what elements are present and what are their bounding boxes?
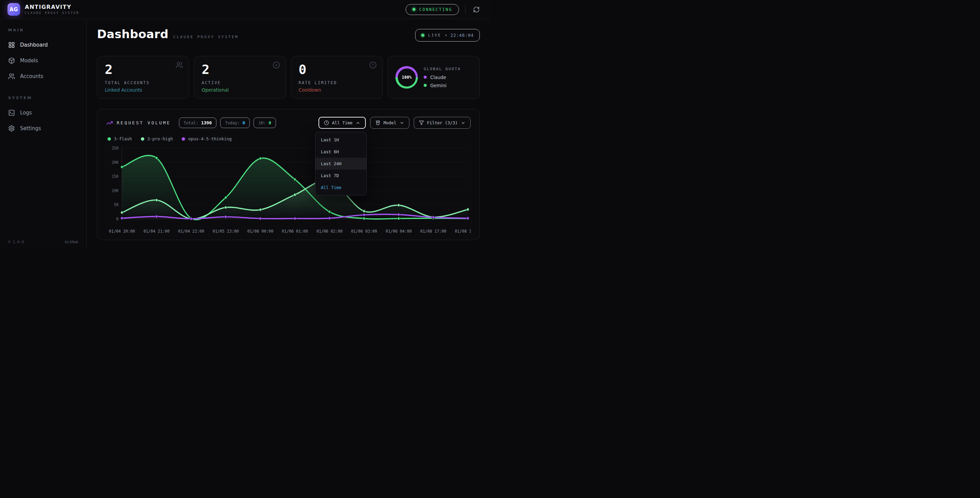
connection-status-badge: CONNECTING: [406, 4, 459, 15]
model-filter-label: Model: [383, 120, 396, 125]
sidebar-item-label: Models: [20, 57, 38, 64]
series-dot-icon: [141, 137, 144, 140]
quota-percent: 100%: [398, 69, 416, 86]
sidebar-section-system: SYSTEM: [0, 96, 86, 100]
chart-title: REQUEST VOLUME: [117, 120, 171, 125]
svg-text:01/06 03:00: 01/06 03:00: [351, 228, 377, 234]
quota-legend-claude: Claude: [424, 75, 461, 80]
stat-value: 2: [105, 63, 181, 76]
quota-legend-gemini: Gemini: [424, 83, 461, 88]
svg-text:01/05 23:00: 01/05 23:00: [213, 228, 239, 234]
dropdown-item-last-1h[interactable]: Last 1H: [315, 134, 366, 146]
stat-card-active: 2 ACTIVE Operational: [194, 56, 286, 99]
model-filter-button[interactable]: Model: [370, 117, 409, 129]
svg-text:01/08 17:00: 01/08 17:00: [420, 228, 447, 234]
archive-box-icon: [375, 120, 380, 125]
gemini-dot-icon: [424, 84, 427, 87]
total-requests-badge: Total: 1390: [179, 118, 217, 128]
app-shell: AG ANTIGRAVITY CLAUDE PROXY SYSTEM CONNE…: [0, 0, 490, 249]
today-requests-badge: Today: 0: [220, 118, 250, 128]
sidebar-item-settings[interactable]: Settings: [0, 121, 86, 136]
sidebar-item-models[interactable]: Models: [0, 53, 86, 69]
stat-card-rate-limited: 0 RATE LIMITED Cooldown: [291, 56, 383, 99]
gear-icon: [8, 125, 15, 132]
stat-value: 2: [202, 63, 278, 76]
clock-icon: [324, 120, 329, 125]
brand: AG ANTIGRAVITY CLAUDE PROXY SYSTEM: [8, 3, 79, 16]
svg-text:100: 100: [111, 188, 118, 193]
svg-text:01/04 21:00: 01/04 21:00: [143, 228, 170, 234]
stat-sublabel: Operational: [202, 87, 278, 93]
dropdown-item-last-24h[interactable]: Last 24H: [315, 158, 366, 170]
quota-legend-label: Gemini: [430, 83, 447, 88]
stat-card-global-quota: 100% GLOBAL QUOTA Claude Gemini: [388, 56, 480, 99]
legend-item-3-pro-high: 3-pro-high: [141, 136, 173, 141]
svg-text:150: 150: [111, 174, 118, 179]
connection-status-text: CONNECTING: [419, 7, 452, 12]
stat-label: ACTIVE: [202, 80, 278, 85]
refresh-button[interactable]: [472, 5, 481, 14]
series-dot-icon: [182, 137, 185, 140]
sidebar-section-main: MAIN: [0, 28, 86, 32]
time-range-button[interactable]: All Time: [318, 117, 366, 129]
svg-text:250: 250: [111, 145, 118, 150]
time-range-label: All Time: [332, 120, 353, 125]
users-icon: [8, 73, 15, 80]
app-subtitle: CLAUDE PROXY SYSTEM: [25, 11, 79, 14]
request-volume-chart: 05010015020025001/04 20:0001/04 21:0001/…: [106, 144, 471, 236]
stat-sublabel: Cooldown: [299, 87, 375, 93]
request-volume-panel: REQUEST VOLUME Total: 1390 Today: 0 1H: …: [97, 109, 480, 240]
quota-legend-label: Claude: [430, 75, 446, 80]
stat-sublabel: Linked Accounts: [105, 87, 181, 93]
legend-item-opus: opus-4-5-thinking: [182, 136, 232, 141]
svg-text:0: 0: [116, 216, 119, 222]
stat-label: RATE LIMITED: [299, 80, 375, 85]
sidebar-item-label: Logs: [20, 110, 32, 116]
sidebar-item-label: Accounts: [20, 73, 43, 79]
stat-value: 0: [299, 63, 375, 76]
chart-legend: 3-flash 3-pro-high opus-4-5-thinking: [106, 136, 471, 141]
svg-text:50: 50: [114, 202, 118, 208]
sidebar-item-label: Settings: [20, 125, 41, 131]
live-clock: 22:46:04: [450, 33, 474, 38]
badge-label: 1H:: [258, 121, 266, 125]
quota-ring: 100%: [395, 66, 418, 89]
trending-up-icon: [106, 120, 113, 126]
separator-dot: [445, 34, 447, 36]
hour-requests-badge: 1H: 0: [253, 118, 276, 128]
chevron-down-icon: [461, 121, 466, 125]
sidebar-item-dashboard[interactable]: Dashboard: [0, 37, 86, 53]
time-range-dropdown: Last 1H Last 6H Last 24H Last 7D All Tim…: [315, 132, 367, 196]
app-title: ANTIGRAVITY: [25, 4, 79, 10]
app-logo: AG: [8, 3, 20, 16]
divider: [465, 5, 466, 14]
svg-text:01/06 04:00: 01/06 04:00: [385, 228, 412, 234]
svg-text:01/06 01:00: 01/06 01:00: [282, 228, 308, 234]
svg-text:200: 200: [111, 160, 118, 165]
dropdown-item-last-7d[interactable]: Last 7D: [315, 170, 366, 182]
github-link[interactable]: GitHub: [65, 240, 78, 244]
svg-text:01/04 20:00: 01/04 20:00: [109, 228, 135, 234]
series-dot-icon: [108, 137, 111, 140]
cube-icon: [8, 57, 15, 64]
svg-text:01/06 00:00: 01/06 00:00: [247, 228, 274, 234]
sidebar-item-accounts[interactable]: Accounts: [0, 69, 86, 84]
funnel-icon: [419, 120, 424, 125]
chevron-up-icon: [356, 121, 360, 125]
alert-circle-icon: [369, 61, 377, 70]
svg-text:01/04 22:00: 01/04 22:00: [178, 228, 204, 234]
badge-label: Total:: [184, 121, 198, 125]
live-status-badge: LIVE 22:46:04: [415, 29, 480, 42]
main-content: Dashboard CLAUDE PROXY SYSTEM LIVE 22:46…: [87, 19, 490, 249]
sidebar-item-logs[interactable]: Logs: [0, 105, 86, 121]
badge-value: 1390: [201, 120, 212, 125]
live-label: LIVE: [428, 33, 441, 37]
grid-icon: [8, 42, 15, 48]
badge-label: Today:: [225, 121, 240, 125]
filter-button[interactable]: Filter (3/3): [414, 117, 471, 129]
users-icon: [176, 61, 183, 70]
quota-label: GLOBAL QUOTA: [424, 67, 461, 71]
legend-item-3-flash: 3-flash: [108, 136, 132, 141]
dropdown-item-last-6h[interactable]: Last 6H: [315, 146, 366, 158]
dropdown-item-all-time[interactable]: All Time: [315, 182, 366, 193]
